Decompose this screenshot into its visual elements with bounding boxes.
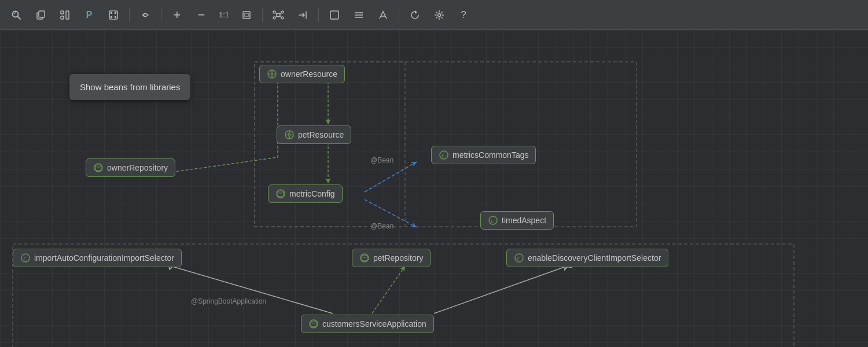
svg-marker-32 <box>415 10 417 14</box>
svg-line-40 <box>372 266 405 313</box>
node-ownerResource[interactable]: ownerResource <box>259 65 345 83</box>
plugin-btn[interactable]: P <box>79 5 100 25</box>
globe-icon <box>267 69 277 79</box>
node-metricsCommonTags[interactable]: c metricsCommonTags <box>431 146 536 164</box>
svg-rect-11 <box>115 12 116 14</box>
svg-point-20 <box>281 17 284 19</box>
svg-point-47 <box>95 165 101 167</box>
canvas: Show beans from libraries ownerResource … <box>0 30 868 347</box>
svg-marker-30 <box>362 12 363 14</box>
bean-label-1: @Bean <box>370 156 393 164</box>
sep2 <box>161 8 161 22</box>
copy-btn[interactable] <box>30 5 51 25</box>
svg-line-2 <box>14 12 16 14</box>
svg-text:c: c <box>442 153 444 158</box>
db-icon2 <box>275 189 286 199</box>
toolbar: P + − 1:1 <box>0 0 868 30</box>
c-icon2: c <box>488 215 498 226</box>
search-btn[interactable] <box>6 5 27 25</box>
svg-rect-6 <box>61 16 64 19</box>
svg-rect-9 <box>111 12 112 14</box>
svg-point-49 <box>278 191 284 193</box>
node-ownerResource-label: ownerResource <box>281 69 337 79</box>
svg-point-18 <box>281 11 284 13</box>
fit-btn[interactable] <box>236 5 257 25</box>
sep1 <box>129 8 130 22</box>
globe-icon2 <box>284 130 295 140</box>
svg-rect-4 <box>39 11 45 17</box>
svg-point-17 <box>273 11 275 13</box>
share-btn[interactable] <box>373 5 393 25</box>
c-icon4: c <box>514 253 524 263</box>
refresh-btn[interactable] <box>404 5 425 25</box>
help-btn[interactable]: ? <box>453 5 474 25</box>
svg-line-41 <box>434 266 567 313</box>
node-enableDiscovery-label: enableDiscoveryClientImportSelector <box>528 253 661 263</box>
node-petRepository-label: petRepository <box>373 253 423 263</box>
sep4 <box>318 8 319 22</box>
node-enableDiscovery[interactable]: c enableDiscoveryClientImportSelector <box>506 249 668 267</box>
arrange-btn[interactable] <box>348 5 369 25</box>
node-petResource-label: petResource <box>298 130 344 139</box>
sep5 <box>399 8 399 22</box>
node-importAutoConfig[interactable]: c importAutoConfigurationImportSelector <box>13 249 182 267</box>
tooltip-text: Show beans from libraries <box>80 82 180 92</box>
svg-point-33 <box>438 13 441 16</box>
spring-boot-label: @SpringBootApplication <box>191 297 266 305</box>
svg-text:c: c <box>517 256 520 261</box>
reset-zoom-btn[interactable]: 1:1 <box>215 5 233 25</box>
svg-text:c: c <box>491 218 494 224</box>
network-btn[interactable] <box>268 5 289 25</box>
settings-btn[interactable] <box>429 5 450 25</box>
node-metricConfig[interactable]: metricConfig <box>268 184 343 203</box>
node-ownerRepository-label: ownerRepository <box>107 163 168 172</box>
node-timedAspect-label: timedAspect <box>502 216 546 225</box>
svg-line-39 <box>171 266 333 313</box>
node-petRepository[interactable]: petRepository <box>352 249 431 267</box>
svg-line-1 <box>18 16 21 19</box>
db-icon1 <box>93 163 104 173</box>
svg-rect-10 <box>111 16 112 18</box>
node-importAutoConfig-label: importAutoConfigurationImportSelector <box>34 253 174 263</box>
layout-btn[interactable] <box>54 5 75 25</box>
svg-point-57 <box>362 255 367 257</box>
bean-label-2: @Bean <box>370 222 393 230</box>
svg-rect-15 <box>245 13 248 17</box>
node-customersServiceApp[interactable]: customersServiceApplication <box>301 315 434 333</box>
show-beans-tooltip: Show beans from libraries <box>69 74 190 100</box>
svg-rect-26 <box>330 11 339 19</box>
node-petResource[interactable]: petResource <box>277 125 351 144</box>
node-customersServiceApp-label: customersServiceApplication <box>322 319 426 328</box>
export-btn[interactable] <box>292 5 313 25</box>
node-ownerRepository[interactable]: ownerRepository <box>86 158 175 177</box>
c-icon3: c <box>20 253 31 263</box>
svg-text:c: c <box>23 256 26 261</box>
svg-rect-7 <box>66 11 69 19</box>
film-btn[interactable] <box>103 5 124 25</box>
node-timedAspect[interactable]: c timedAspect <box>480 211 554 230</box>
svg-rect-14 <box>243 12 250 19</box>
svg-rect-13 <box>113 11 115 19</box>
diagram-btn[interactable] <box>324 5 345 25</box>
remove-btn[interactable]: − <box>191 5 212 25</box>
db-icon3 <box>359 253 370 263</box>
back-btn[interactable] <box>135 5 156 25</box>
svg-rect-12 <box>115 16 116 18</box>
svg-rect-5 <box>61 11 64 14</box>
add-btn[interactable]: + <box>167 5 187 25</box>
svg-point-61 <box>311 321 317 323</box>
c-icon1: c <box>439 150 449 160</box>
node-metricConfig-label: metricConfig <box>289 189 335 198</box>
node-metricsCommonTags-label: metricsCommonTags <box>453 150 528 160</box>
db-icon4 <box>308 319 319 329</box>
sep3 <box>262 8 263 22</box>
svg-point-19 <box>273 17 275 19</box>
